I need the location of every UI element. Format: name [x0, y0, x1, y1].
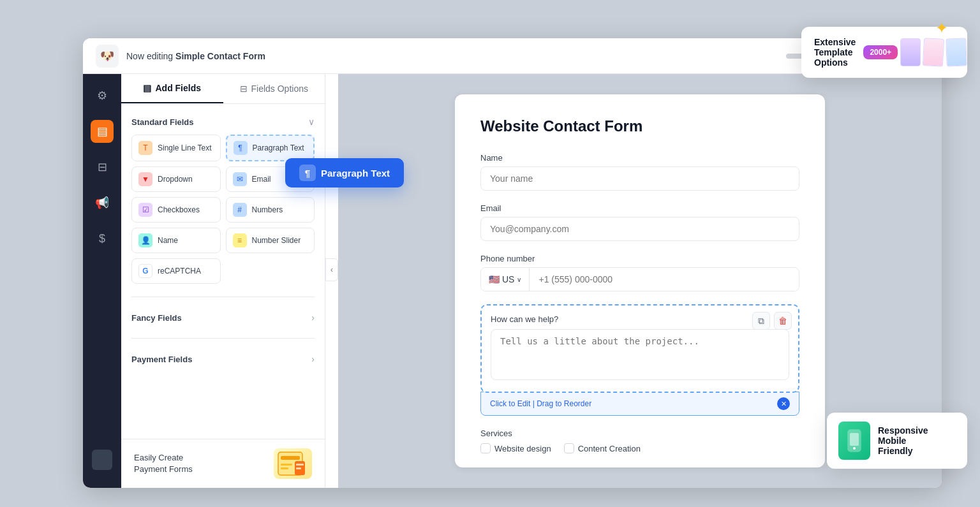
promo-illustration [274, 448, 312, 479]
mobile-title: Responsive Mobile [878, 425, 956, 446]
field-actions: ⧉ 🗑 [752, 312, 792, 330]
checkboxes-label: Checkboxes [158, 205, 200, 214]
dropdown-icon: ▼ [138, 172, 152, 186]
numbers-icon: # [233, 203, 247, 217]
copy-field-button[interactable]: ⧉ [752, 312, 770, 330]
standard-fields-title: Standard Fields [131, 117, 194, 127]
promo-text: Easily Create Payment Forms [134, 452, 193, 475]
field-number-slider[interactable]: ≡ Number Slider [226, 228, 315, 253]
fancy-fields-chevron: › [311, 312, 315, 323]
numbers-label: Numbers [252, 205, 283, 214]
name-field-label: Name [480, 153, 799, 163]
number-slider-icon: ≡ [233, 233, 247, 247]
phone-number-input[interactable] [530, 268, 799, 291]
email-icon: ✉ [233, 172, 247, 186]
promo-line2: Payment Forms [134, 464, 193, 475]
payment-fields-title: Payment Fields [131, 355, 192, 364]
field-name[interactable]: 👤 Name [131, 228, 221, 253]
content-creation-box [564, 443, 574, 453]
payment-fields-row[interactable]: Payment Fields › [131, 346, 315, 372]
left-nav: ⚙ ▤ ⊟ 📢 $ [83, 74, 121, 488]
templates-badge: 2000+ [863, 45, 898, 59]
standard-fields-grid: T Single Line Text ¶ Paragraph Text ▼ Dr… [131, 135, 315, 284]
dollar-nav-icon[interactable]: $ [91, 227, 114, 250]
fancy-fields-row[interactable]: Fancy Fields › [131, 305, 315, 330]
mobile-tooltip: Responsive Mobile Friendly [827, 413, 967, 469]
sliders-nav-icon[interactable]: ⊟ [91, 156, 114, 179]
tooltip-templates-title: Extensive Template Options [814, 37, 856, 68]
tooltip-template-text: Extensive Template Options [814, 37, 856, 68]
dropdown-label: Dropdown [158, 175, 193, 184]
field-numbers[interactable]: # Numbers [226, 197, 315, 223]
bottom-promo: Easily Create Payment Forms [121, 439, 325, 488]
field-paragraph-text[interactable]: ¶ Paragraph Text [226, 135, 315, 161]
country-flag: 🇺🇸 [489, 274, 500, 284]
tab-add-fields[interactable]: ▤ Add Fields [121, 74, 223, 103]
template-preview [900, 38, 967, 66]
content-creation-label: Content Creation [578, 444, 641, 453]
field-dropdown[interactable]: ▼ Dropdown [131, 166, 221, 192]
email-field-group: Email [480, 203, 799, 241]
website-design-box [480, 443, 491, 453]
country-chevron: ∨ [517, 276, 521, 283]
close-edit-bar-button[interactable]: ✕ [777, 397, 790, 410]
services-field-label: Services [480, 429, 799, 438]
field-checkboxes[interactable]: ☑ Checkboxes [131, 197, 221, 223]
content-creation-checkbox[interactable]: Content Creation [564, 443, 641, 453]
message-field-textarea[interactable] [491, 329, 789, 380]
forms-nav-icon[interactable]: ▤ [91, 120, 114, 143]
editing-title: Now editing Simple Contact Form [126, 51, 265, 61]
panel-tabs: ▤ Add Fields ⊟ Fields Options [121, 74, 325, 104]
form-name: Simple Contact Form [175, 51, 265, 61]
tab-fields-options[interactable]: ⊟ Fields Options [223, 74, 325, 103]
message-field-label: How can we help? [491, 314, 789, 324]
mobile-phone-icon [838, 422, 870, 460]
divider-1 [131, 297, 315, 297]
checkboxes-icon: ☑ [138, 203, 152, 217]
phone-field-label: Phone number [480, 254, 799, 263]
click-to-edit-text: Click to Edit | Drag to Reorder [490, 399, 591, 408]
standard-fields-chevron[interactable]: ∨ [308, 117, 315, 127]
single-line-text-label: Single Line Text [158, 143, 212, 152]
templates-tooltip: ✦ Extensive Template Options 2000+ [801, 27, 967, 78]
payment-fields-chevron: › [311, 354, 315, 364]
add-fields-icon: ▤ [143, 83, 151, 93]
name-label: Name [158, 236, 178, 245]
panel-collapse-button[interactable]: ‹ [325, 258, 338, 281]
template-card-3 [946, 38, 967, 66]
template-cards-group: 2000+ [863, 38, 967, 66]
single-line-text-icon: T [138, 141, 152, 155]
svg-rect-3 [281, 467, 288, 469]
app-wrapper: 🐶 Now editing Simple Contact Form ⚙ ▤ ⊟ … [83, 38, 942, 488]
fields-panel: ▤ Add Fields ⊟ Fields Options Standard F… [121, 74, 325, 488]
website-design-label: Website design [494, 444, 551, 453]
recaptcha-icon: G [138, 264, 152, 278]
standard-fields-header: Standard Fields ∨ [131, 117, 315, 127]
svg-point-9 [853, 447, 856, 450]
field-email[interactable]: ✉ Email [226, 166, 315, 192]
number-slider-label: Number Slider [252, 236, 301, 245]
email-field-label: Email [480, 203, 799, 213]
editing-prefix: Now editing [126, 51, 175, 61]
gear-nav-icon[interactable]: ⚙ [91, 84, 114, 107]
field-single-line-text[interactable]: T Single Line Text [131, 135, 221, 161]
recaptcha-label: reCAPTCHA [158, 267, 201, 276]
megaphone-nav-icon[interactable]: 📢 [91, 191, 114, 214]
services-field-group: Services Website design Content Creation [480, 429, 799, 453]
phone-input-wrapper: 🇺🇸 US ∨ [480, 267, 799, 291]
template-card-1 [900, 38, 921, 66]
phone-country-selector[interactable]: 🇺🇸 US ∨ [481, 268, 530, 291]
nav-bottom-square [92, 450, 112, 470]
message-field-group: ⧉ 🗑 How can we help? [480, 304, 799, 393]
svg-rect-1 [281, 456, 300, 460]
website-design-checkbox[interactable]: Website design [480, 443, 551, 453]
form-card: Website Contact Form Name Email Phone nu… [455, 94, 825, 467]
divider-2 [131, 338, 315, 339]
promo-line1: Easily Create [134, 452, 193, 464]
name-field-input[interactable] [480, 166, 799, 191]
field-recaptcha[interactable]: G reCAPTCHA [131, 258, 221, 284]
mobile-subtitle: Friendly [878, 446, 956, 456]
email-field-input[interactable] [480, 217, 799, 241]
star-icon: ✦ [935, 19, 948, 37]
delete-field-button[interactable]: 🗑 [774, 312, 792, 330]
